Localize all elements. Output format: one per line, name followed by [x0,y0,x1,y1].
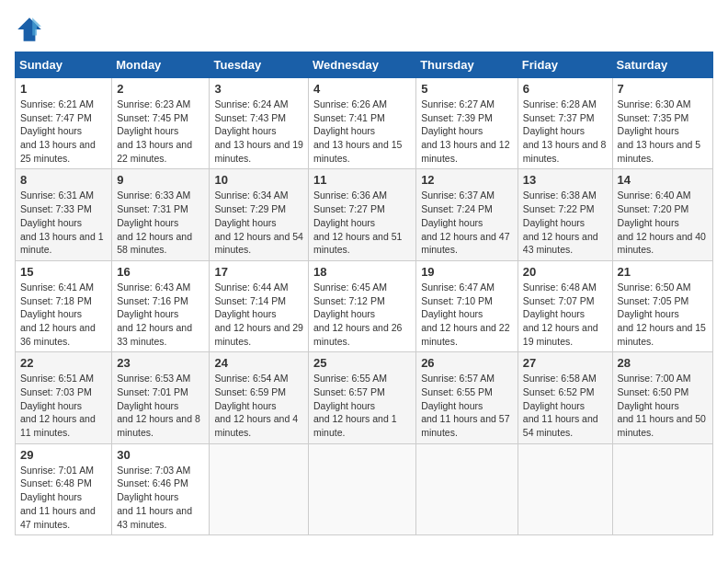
day-number: 10 [214,173,303,187]
dow-tuesday: Tuesday [210,52,309,78]
day-info: Sunrise: 6:36 AM Sunset: 7:27 PM Dayligh… [313,189,411,256]
day-info: Sunrise: 7:01 AM Sunset: 6:48 PM Dayligh… [20,464,107,531]
calendar-cell: 29 Sunrise: 7:01 AM Sunset: 6:48 PM Dayl… [16,443,112,534]
day-number: 11 [313,173,411,187]
day-info: Sunrise: 6:28 AM Sunset: 7:37 PM Dayligh… [523,98,608,165]
dow-wednesday: Wednesday [309,52,416,78]
dow-friday: Friday [518,52,612,78]
dow-sunday: Sunday [16,52,112,78]
day-number: 13 [523,173,608,187]
logo-icon [15,15,44,44]
day-number: 30 [117,448,204,462]
calendar-cell [210,443,309,534]
day-info: Sunrise: 6:55 AM Sunset: 6:57 PM Dayligh… [313,372,411,439]
calendar-cell: 15 Sunrise: 6:41 AM Sunset: 7:18 PM Dayl… [16,260,112,351]
dow-saturday: Saturday [612,52,712,78]
day-info: Sunrise: 6:37 AM Sunset: 7:24 PM Dayligh… [421,189,513,256]
day-info: Sunrise: 6:31 AM Sunset: 7:33 PM Dayligh… [20,189,107,256]
day-number: 14 [618,173,708,187]
calendar-cell: 18 Sunrise: 6:45 AM Sunset: 7:12 PM Dayl… [309,260,416,351]
day-info: Sunrise: 6:41 AM Sunset: 7:18 PM Dayligh… [20,281,107,348]
day-info: Sunrise: 6:48 AM Sunset: 7:07 PM Dayligh… [523,281,608,348]
day-number: 19 [421,265,513,279]
dow-monday: Monday [112,52,210,78]
day-info: Sunrise: 6:33 AM Sunset: 7:31 PM Dayligh… [117,189,204,256]
calendar-cell: 22 Sunrise: 6:51 AM Sunset: 7:03 PM Dayl… [16,352,112,443]
calendar-cell: 28 Sunrise: 7:00 AM Sunset: 6:50 PM Dayl… [612,352,712,443]
day-number: 5 [421,82,513,96]
calendar-cell [309,443,416,534]
day-number: 22 [20,356,107,370]
week-row-4: 22 Sunrise: 6:51 AM Sunset: 7:03 PM Dayl… [16,352,713,443]
calendar-cell: 4 Sunrise: 6:26 AM Sunset: 7:41 PM Dayli… [309,78,416,169]
day-info: Sunrise: 6:54 AM Sunset: 6:59 PM Dayligh… [214,372,303,439]
days-of-week-header: SundayMondayTuesdayWednesdayThursdayFrid… [16,52,713,78]
day-info: Sunrise: 6:58 AM Sunset: 6:52 PM Dayligh… [523,372,608,439]
calendar-cell: 14 Sunrise: 6:40 AM Sunset: 7:20 PM Dayl… [612,169,712,260]
calendar-cell: 6 Sunrise: 6:28 AM Sunset: 7:37 PM Dayli… [518,78,612,169]
day-number: 21 [618,265,708,279]
day-number: 8 [20,173,107,187]
day-info: Sunrise: 7:03 AM Sunset: 6:46 PM Dayligh… [117,464,204,531]
calendar-cell: 5 Sunrise: 6:27 AM Sunset: 7:39 PM Dayli… [416,78,518,169]
day-info: Sunrise: 6:51 AM Sunset: 7:03 PM Dayligh… [20,372,107,439]
day-info: Sunrise: 6:27 AM Sunset: 7:39 PM Dayligh… [421,98,513,165]
day-info: Sunrise: 6:30 AM Sunset: 7:35 PM Dayligh… [618,98,708,165]
day-info: Sunrise: 6:47 AM Sunset: 7:10 PM Dayligh… [421,281,513,348]
day-number: 26 [421,356,513,370]
calendar-cell: 26 Sunrise: 6:57 AM Sunset: 6:55 PM Dayl… [416,352,518,443]
day-number: 1 [20,82,107,96]
week-row-3: 15 Sunrise: 6:41 AM Sunset: 7:18 PM Dayl… [16,260,713,351]
day-info: Sunrise: 6:50 AM Sunset: 7:05 PM Dayligh… [618,281,708,348]
calendar-cell [518,443,612,534]
day-number: 4 [313,82,411,96]
day-info: Sunrise: 6:24 AM Sunset: 7:43 PM Dayligh… [214,98,303,165]
day-number: 28 [618,356,708,370]
day-info: Sunrise: 6:45 AM Sunset: 7:12 PM Dayligh… [313,281,411,348]
day-number: 12 [421,173,513,187]
calendar-cell: 12 Sunrise: 6:37 AM Sunset: 7:24 PM Dayl… [416,169,518,260]
day-info: Sunrise: 6:26 AM Sunset: 7:41 PM Dayligh… [313,98,411,165]
day-info: Sunrise: 6:57 AM Sunset: 6:55 PM Dayligh… [421,372,513,439]
calendar-cell: 20 Sunrise: 6:48 AM Sunset: 7:07 PM Dayl… [518,260,612,351]
day-info: Sunrise: 6:38 AM Sunset: 7:22 PM Dayligh… [523,189,608,256]
day-info: Sunrise: 6:21 AM Sunset: 7:47 PM Dayligh… [20,98,107,165]
week-row-5: 29 Sunrise: 7:01 AM Sunset: 6:48 PM Dayl… [16,443,713,534]
page-header [15,15,713,44]
day-number: 24 [214,356,303,370]
day-info: Sunrise: 7:00 AM Sunset: 6:50 PM Dayligh… [618,372,708,439]
calendar-body: 1 Sunrise: 6:21 AM Sunset: 7:47 PM Dayli… [16,78,713,535]
day-number: 3 [214,82,303,96]
svg-marker-1 [32,17,41,35]
day-number: 20 [523,265,608,279]
dow-thursday: Thursday [416,52,518,78]
calendar-cell: 2 Sunrise: 6:23 AM Sunset: 7:45 PM Dayli… [112,78,210,169]
calendar-cell: 16 Sunrise: 6:43 AM Sunset: 7:16 PM Dayl… [112,260,210,351]
day-number: 6 [523,82,608,96]
day-number: 15 [20,265,107,279]
day-number: 27 [523,356,608,370]
day-info: Sunrise: 6:23 AM Sunset: 7:45 PM Dayligh… [117,98,204,165]
calendar-cell: 24 Sunrise: 6:54 AM Sunset: 6:59 PM Dayl… [210,352,309,443]
day-number: 9 [117,173,204,187]
calendar-cell: 9 Sunrise: 6:33 AM Sunset: 7:31 PM Dayli… [112,169,210,260]
calendar-cell [416,443,518,534]
day-info: Sunrise: 6:40 AM Sunset: 7:20 PM Dayligh… [618,189,708,256]
day-number: 7 [618,82,708,96]
logo [15,15,48,44]
week-row-1: 1 Sunrise: 6:21 AM Sunset: 7:47 PM Dayli… [16,78,713,169]
calendar-cell: 30 Sunrise: 7:03 AM Sunset: 6:46 PM Dayl… [112,443,210,534]
calendar-cell: 11 Sunrise: 6:36 AM Sunset: 7:27 PM Dayl… [309,169,416,260]
calendar-cell [612,443,712,534]
day-info: Sunrise: 6:53 AM Sunset: 7:01 PM Dayligh… [117,372,204,439]
calendar-cell: 10 Sunrise: 6:34 AM Sunset: 7:29 PM Dayl… [210,169,309,260]
calendar-cell: 17 Sunrise: 6:44 AM Sunset: 7:14 PM Dayl… [210,260,309,351]
calendar-table: SundayMondayTuesdayWednesdayThursdayFrid… [15,52,713,535]
calendar-cell: 8 Sunrise: 6:31 AM Sunset: 7:33 PM Dayli… [16,169,112,260]
calendar-cell: 27 Sunrise: 6:58 AM Sunset: 6:52 PM Dayl… [518,352,612,443]
day-number: 23 [117,356,204,370]
day-info: Sunrise: 6:43 AM Sunset: 7:16 PM Dayligh… [117,281,204,348]
calendar-cell: 25 Sunrise: 6:55 AM Sunset: 6:57 PM Dayl… [309,352,416,443]
day-number: 18 [313,265,411,279]
day-number: 2 [117,82,204,96]
